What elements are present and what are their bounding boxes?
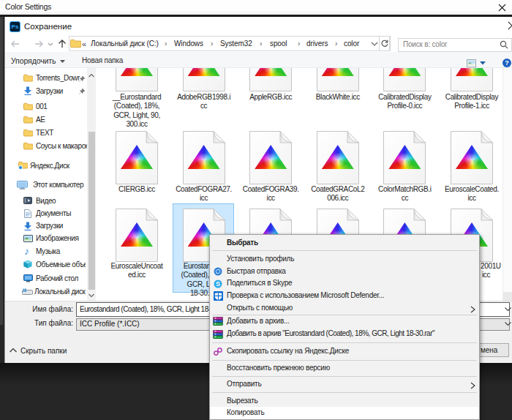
svg-text:S: S	[216, 280, 220, 288]
